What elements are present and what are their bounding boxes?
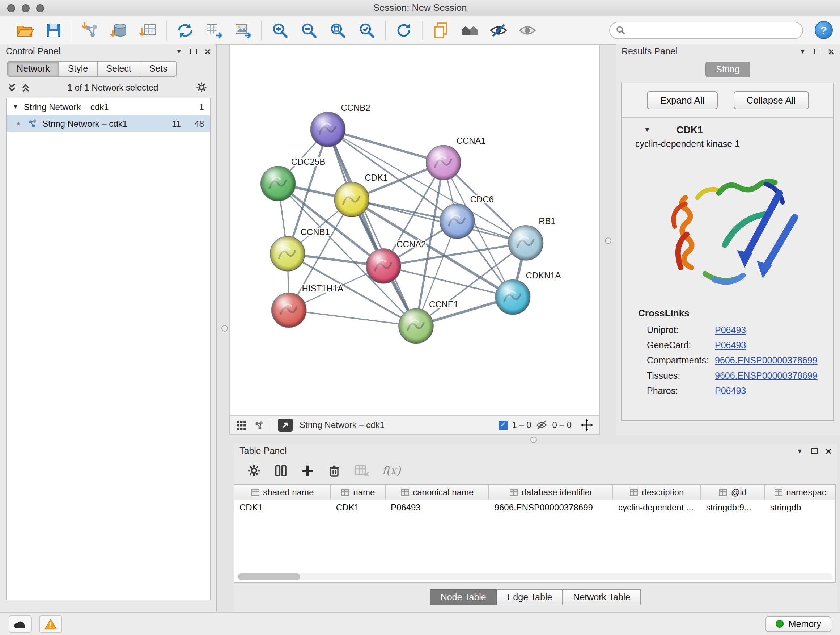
zoom-in-button[interactable] — [265, 19, 294, 42]
crosslink-link[interactable]: 9606.ENSP00000378699 — [715, 355, 818, 365]
warnings-button[interactable] — [39, 615, 62, 632]
crosslink-link[interactable]: P06493 — [715, 340, 746, 350]
close-panel-icon[interactable]: × — [826, 446, 831, 456]
save-session-button[interactable] — [39, 19, 68, 42]
network-edge[interactable] — [352, 200, 526, 243]
function-builder-icon[interactable]: f(x) — [382, 464, 401, 477]
collapse-all-networks-icon[interactable] — [21, 82, 30, 92]
tab-edge-table[interactable]: Edge Table — [497, 589, 563, 605]
add-column-icon[interactable] — [300, 463, 315, 478]
close-window-button[interactable] — [7, 4, 15, 12]
network-row[interactable]: • String Network – cdk1 11 48 — [6, 115, 210, 132]
delete-column-icon[interactable] — [327, 463, 341, 478]
network-node[interactable]: CDC6 — [440, 195, 494, 239]
left-splitter-handle[interactable] — [221, 325, 228, 332]
home-button[interactable] — [455, 19, 484, 42]
tab-style[interactable]: Style — [59, 61, 98, 77]
network-node[interactable]: CDK1 — [334, 173, 388, 217]
close-panel-icon[interactable]: × — [205, 46, 210, 57]
crosslink-link[interactable]: P06493 — [715, 325, 746, 335]
right-splitter-handle[interactable] — [605, 238, 611, 244]
refresh-button[interactable] — [389, 19, 418, 42]
tab-network[interactable]: Network — [7, 61, 59, 77]
column-header[interactable]: database identifier — [489, 485, 613, 500]
tab-network-table[interactable]: Network Table — [563, 589, 641, 605]
column-header[interactable]: namespac — [765, 485, 835, 500]
open-session-button[interactable] — [10, 19, 39, 42]
memory-button[interactable]: Memory — [766, 616, 831, 632]
crosslink-row: GeneCard: P06493 — [622, 337, 834, 353]
export-network-button[interactable] — [200, 19, 229, 42]
network-node[interactable]: HIST1H1A — [272, 283, 343, 328]
table-settings-gear-icon[interactable] — [247, 463, 261, 478]
float-panel-icon[interactable] — [190, 49, 197, 54]
table-cell[interactable]: CDK1 — [331, 500, 386, 516]
tree-expand-icon[interactable]: ▼ — [12, 103, 19, 110]
column-header[interactable]: canonical name — [386, 485, 489, 500]
import-network-database-button[interactable] — [105, 19, 134, 42]
scrollbar-thumb[interactable] — [238, 573, 300, 580]
expand-all-button[interactable]: Expand All — [647, 91, 718, 109]
cloud-button[interactable] — [9, 615, 32, 632]
zoom-selected-button[interactable] — [352, 19, 381, 42]
search-input[interactable] — [629, 24, 797, 36]
table-cell[interactable]: cyclin-dependent ... — [613, 500, 701, 516]
section-collapse-icon[interactable]: ▼ — [644, 127, 651, 133]
table-cell[interactable]: 9606.ENSP00000378699 — [489, 500, 613, 516]
pan-crosshair-icon[interactable] — [580, 418, 593, 432]
gear-icon[interactable] — [195, 81, 208, 93]
zoom-fit-button[interactable] — [324, 19, 352, 42]
crosslink-link[interactable]: 9606.ENSP00000378699 — [715, 371, 818, 380]
zoom-out-button[interactable] — [294, 19, 324, 42]
hide-elements-button[interactable] — [484, 19, 513, 42]
zoom-window-button[interactable] — [36, 4, 44, 12]
network-edge[interactable] — [328, 130, 443, 163]
network-node[interactable]: CCNA1 — [426, 136, 486, 180]
network-list-icon[interactable] — [253, 420, 264, 431]
float-panel-icon[interactable] — [811, 448, 818, 454]
network-collection-row[interactable]: ▼ String Network – cdk1 1 — [6, 98, 210, 115]
float-panel-icon[interactable] — [814, 49, 821, 54]
network-node[interactable]: CCNB1 — [270, 227, 330, 271]
table-cell[interactable]: P06493 — [386, 500, 489, 516]
table-cell[interactable]: stringdb:9... — [701, 500, 765, 516]
network-canvas[interactable]: CCNB2CCNA1CDC25BCDK1CDC6RB1CCNB1CCNA2CDK… — [230, 45, 599, 415]
copy-document-button[interactable] — [426, 19, 455, 42]
network-node[interactable]: CDKN1A — [496, 271, 561, 315]
bottom-splitter-handle[interactable] — [531, 437, 537, 443]
network-edge[interactable] — [328, 130, 416, 326]
show-elements-button[interactable] — [513, 19, 542, 42]
network-edge[interactable] — [289, 310, 416, 326]
tab-node-table[interactable]: Node Table — [430, 589, 497, 605]
selected-checkbox-icon[interactable]: ✓ — [498, 420, 508, 430]
horizontal-scrollbar[interactable] — [237, 573, 833, 580]
import-table-button[interactable] — [134, 19, 163, 42]
import-network-file-button[interactable] — [76, 19, 105, 42]
expand-all-networks-icon[interactable] — [7, 82, 17, 92]
show-columns-icon[interactable] — [273, 463, 288, 478]
close-panel-icon[interactable]: × — [829, 46, 834, 57]
tab-select[interactable]: Select — [97, 61, 141, 77]
collapse-panel-icon[interactable]: ▼ — [797, 448, 803, 454]
column-header[interactable]: description — [613, 485, 701, 500]
collapse-panel-icon[interactable]: ▼ — [799, 48, 806, 55]
minimize-window-button[interactable] — [22, 4, 30, 12]
collapse-panel-icon[interactable]: ▼ — [176, 48, 182, 55]
open-in-window-button[interactable] — [278, 418, 293, 432]
table-cell[interactable]: CDK1 — [234, 500, 331, 516]
tab-string[interactable]: String — [705, 62, 750, 78]
network-tools-button[interactable] — [171, 19, 200, 42]
export-image-button[interactable] — [229, 19, 257, 42]
column-header[interactable]: name — [331, 485, 386, 500]
crosslink-link[interactable]: P06493 — [715, 386, 746, 396]
help-button[interactable]: ? — [815, 21, 833, 39]
network-node[interactable]: RB1 — [508, 216, 555, 260]
column-header[interactable]: @id — [701, 485, 765, 500]
table-row[interactable]: CDK1 CDK1 P06493 9606.ENSP00000378699 cy… — [234, 500, 835, 516]
table-cell[interactable]: stringdb — [765, 500, 835, 516]
grid-view-icon[interactable] — [236, 420, 247, 431]
hidden-eye-icon[interactable] — [536, 420, 548, 430]
tab-sets[interactable]: Sets — [141, 61, 177, 77]
column-header[interactable]: shared name — [234, 485, 331, 500]
collapse-all-button[interactable]: Collapse All — [734, 91, 809, 109]
